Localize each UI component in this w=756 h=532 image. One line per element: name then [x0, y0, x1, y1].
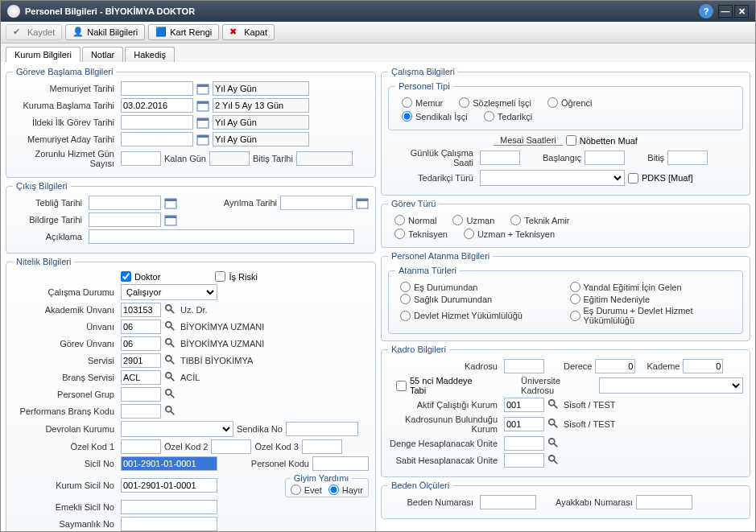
minimize-button[interactable]: — [718, 5, 733, 18]
ozel3-input[interactable] [302, 439, 342, 454]
denge-unite-input[interactable] [504, 436, 544, 451]
akademik-unvani-label: Akademik Ünvanı [13, 305, 118, 315]
servisi-code-input[interactable] [121, 353, 161, 368]
baslangic-input[interactable] [585, 151, 625, 165]
ayrilma-input[interactable] [280, 196, 353, 210]
calendar-icon[interactable] [196, 116, 209, 129]
ozel1-input[interactable] [121, 439, 161, 454]
uzman-teknisyen-radio[interactable] [464, 229, 474, 239]
teknisyen-radio[interactable] [395, 229, 405, 239]
is-riski-checkbox[interactable] [215, 271, 225, 282]
ayakkabi-input[interactable] [636, 495, 692, 509]
doktor-checkbox[interactable] [121, 271, 131, 282]
bitis-input[interactable] [667, 151, 708, 165]
gunluk-calisma-input[interactable] [480, 151, 520, 165]
kart-rengi-button[interactable]: 🟦 Kart Rengi [148, 24, 219, 40]
es-devlet-radio[interactable] [570, 311, 580, 321]
saglik-radio[interactable] [400, 294, 411, 304]
kuruma-baslama-input[interactable] [121, 98, 193, 113]
close-button[interactable]: ✖ Kapat [222, 24, 275, 40]
search-icon[interactable] [164, 354, 177, 367]
search-icon[interactable] [164, 371, 177, 384]
gorev-unvani-code-input[interactable] [121, 336, 161, 351]
bulundugu-kurum-code-input[interactable] [504, 417, 544, 431]
perf-brans-input[interactable] [121, 404, 161, 419]
search-icon[interactable] [547, 454, 560, 467]
emekli-sicil-input[interactable] [121, 500, 217, 514]
search-icon[interactable] [164, 337, 177, 350]
sabit-unite-input[interactable] [504, 453, 544, 468]
tedarikci-radio[interactable] [484, 111, 494, 122]
saymanlik-input[interactable] [121, 517, 217, 531]
calendar-icon[interactable] [164, 213, 177, 226]
ayrilma-label: Ayrılma Tarihi [224, 198, 277, 208]
calendar-icon[interactable] [356, 196, 369, 209]
bildirge-input[interactable] [89, 212, 161, 227]
sozlesmeli-radio[interactable] [459, 97, 469, 108]
giyim-hayir-radio[interactable] [328, 485, 339, 495]
tab-hakedis[interactable]: Hakediş [125, 47, 175, 62]
akademik-unvani-code-input[interactable] [121, 303, 161, 317]
teblig-input[interactable] [89, 196, 161, 210]
tab-kurum-bilgileri[interactable]: Kurum Bilgileri [6, 47, 81, 62]
tedarikci-turu-select[interactable] [480, 170, 625, 186]
help-button[interactable]: ? [699, 4, 713, 19]
sendika-input[interactable] [286, 422, 358, 436]
nakil-bilgileri-button[interactable]: 👤 Nakil Bilgileri [65, 24, 145, 40]
search-icon[interactable] [164, 303, 177, 316]
kadrosu-input[interactable] [504, 359, 544, 373]
teknik-amir-radio[interactable] [510, 215, 521, 225]
search-icon[interactable] [164, 320, 177, 333]
memuriyet-aday-input[interactable] [121, 132, 193, 146]
uzman-radio[interactable] [452, 215, 463, 225]
es-durumu-radio[interactable] [400, 282, 411, 292]
calisma-durumu-select[interactable]: Çalışıyor [121, 284, 217, 300]
derece-input[interactable] [595, 359, 635, 373]
yandal-radio[interactable] [570, 282, 580, 292]
personel-grup-input[interactable] [121, 387, 161, 402]
svg-rect-7 [197, 135, 209, 138]
servisi-text: TIBBİ BİYOKİMYA [180, 356, 253, 365]
pdks-muaf-checkbox[interactable] [628, 173, 638, 184]
brans-servisi-code-input[interactable] [121, 370, 161, 385]
ildeki-ilk-input[interactable] [121, 115, 193, 130]
search-icon[interactable] [547, 418, 560, 431]
aciklama-input[interactable] [89, 229, 354, 244]
person-icon: 👤 [72, 27, 84, 38]
memuriyet-tarihi-input[interactable] [121, 81, 193, 96]
derece-label: Derece [564, 361, 592, 371]
aktif-kurum-code-input[interactable] [504, 398, 544, 412]
ogrenci-radio[interactable] [547, 97, 558, 108]
devlet-radio[interactable] [400, 311, 411, 321]
search-icon[interactable] [164, 388, 177, 401]
universite-select[interactable] [599, 377, 743, 394]
close-window-button[interactable]: ✕ [734, 5, 749, 18]
beden-numarasi-input[interactable] [480, 495, 536, 509]
sicil-input[interactable] [121, 456, 217, 471]
nobetten-muaf-checkbox[interactable] [566, 135, 576, 146]
calendar-icon[interactable] [164, 196, 177, 209]
kurum-sicil-input[interactable] [121, 478, 217, 493]
giyim-evet-radio[interactable] [291, 485, 301, 495]
memur-radio[interactable] [402, 97, 412, 108]
search-icon[interactable] [164, 405, 177, 418]
egitim-radio[interactable] [570, 294, 580, 304]
madde55-checkbox[interactable] [396, 381, 407, 391]
unvani-code-input[interactable] [121, 320, 161, 334]
search-icon[interactable] [547, 437, 560, 450]
ozel2-input[interactable] [211, 439, 251, 454]
sendikali-radio[interactable] [402, 111, 412, 122]
kademe-input[interactable] [683, 359, 723, 373]
calendar-icon[interactable] [196, 133, 209, 146]
ozel3-label: Özel Kod 3 [254, 442, 298, 452]
personel-kodu-input[interactable] [312, 456, 369, 471]
tabs: Kurum Bilgileri Notlar Hakediş [1, 43, 755, 62]
devrolan-select[interactable] [121, 421, 233, 437]
search-icon[interactable] [547, 398, 560, 411]
calendar-icon[interactable] [196, 82, 209, 95]
tab-notlar[interactable]: Notlar [82, 47, 123, 62]
zorunlu-hizmet-input[interactable] [121, 151, 161, 166]
atanma-turleri-group: Atanma Türleri Eş Durumundan Yandal Eğit… [388, 266, 743, 334]
calendar-icon[interactable] [196, 99, 209, 112]
normal-radio[interactable] [395, 215, 405, 225]
